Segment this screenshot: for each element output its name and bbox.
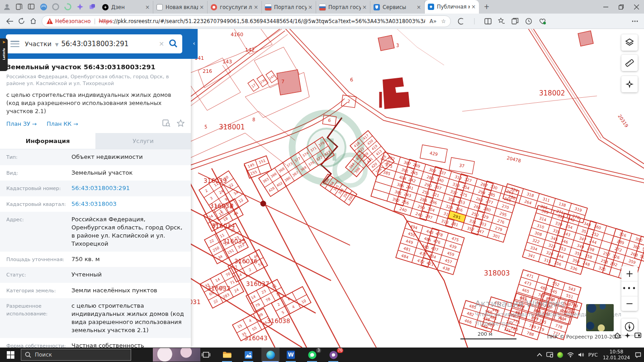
more-tools-button[interactable]: ••• — [621, 281, 638, 296]
clear-search-icon[interactable]: ✕ — [159, 40, 164, 48]
measure-ruler-button[interactable] — [621, 55, 638, 71]
search-bar[interactable]: Участки ▼ ✕ — [6, 34, 182, 53]
browser-tab-3[interactable]: госуслуги лич× — [208, 1, 262, 14]
search-icon[interactable] — [169, 39, 178, 49]
minimize-button[interactable] — [598, 0, 613, 14]
restore-button[interactable] — [613, 0, 629, 14]
address-bar[interactable]: Небезопасно | https ://pkk.rosreestr.ru/… — [42, 15, 451, 27]
taskbar-clock[interactable]: 10:58 12.01.2024 — [603, 349, 630, 361]
basemap-thumbnail[interactable] — [586, 304, 614, 331]
tab-close-icon[interactable]: × — [308, 4, 313, 10]
attribute-value: 750 кв. м — [71, 255, 185, 264]
parcel-number: 391 — [401, 167, 409, 174]
zoom-in-button[interactable]: + — [621, 266, 638, 281]
task-view-button[interactable] — [197, 348, 215, 362]
parcel-cell[interactable]: 243 — [266, 71, 277, 83]
back-button[interactable] — [4, 15, 15, 27]
parcel-number: 304 — [427, 206, 435, 213]
panorama-icon[interactable] — [635, 333, 641, 340]
cast-display-icon[interactable] — [546, 352, 553, 357]
favorite-star-icon[interactable]: ☆ — [441, 18, 446, 24]
parcel-cell[interactable] — [292, 286, 307, 300]
parcel-cell[interactable]: 429 — [420, 145, 447, 162]
browser-tab-4[interactable]: Портал госуда× — [262, 1, 316, 14]
tab-close-icon[interactable]: × — [362, 4, 367, 10]
parcel-number: 438 — [442, 265, 450, 272]
tab-close-icon[interactable]: × — [254, 4, 258, 10]
plan-zu-link[interactable]: План ЗУ → — [6, 120, 37, 127]
preview-document-icon[interactable] — [162, 119, 170, 128]
locate-small-icon[interactable] — [625, 333, 630, 340]
browser-tab-2[interactable]: Новая вкладк× — [153, 1, 208, 14]
plan-kk-link[interactable]: План КК → — [47, 120, 78, 127]
attribute-value-link[interactable]: 56:43:0318003 — [71, 200, 185, 209]
extension-icon-purple-squares[interactable] — [88, 3, 96, 11]
tab-services[interactable]: Услуги — [95, 133, 191, 149]
photos-app-icon[interactable] — [239, 348, 257, 362]
workspaces-icon[interactable] — [15, 3, 23, 11]
browser-tab-7[interactable]: Публичная ка× — [425, 0, 479, 14]
profile-avatar-icon[interactable] — [3, 3, 11, 11]
parcel-block[interactable]: 2744614251 — [228, 249, 268, 282]
refresh-button[interactable] — [15, 15, 27, 27]
tab-close-icon[interactable]: × — [471, 4, 476, 10]
parcel-cell[interactable]: 17 — [248, 79, 259, 91]
panel-collapse-button[interactable]: ‹ — [191, 40, 197, 47]
map-label: 316036 — [234, 257, 258, 265]
extension-icon-purple-spark[interactable] — [76, 3, 84, 11]
file-explorer-icon[interactable] — [218, 348, 236, 362]
new-tab-button[interactable]: + — [481, 1, 492, 13]
tab-close-icon[interactable]: × — [199, 4, 204, 10]
home-button[interactable] — [27, 15, 39, 27]
collections-icon[interactable] — [455, 16, 466, 27]
vertical-tabs-icon[interactable] — [27, 3, 35, 11]
news-widget-photo[interactable] — [153, 348, 200, 362]
split-screen-icon[interactable] — [483, 16, 493, 27]
extension-icon-gray[interactable] — [52, 3, 60, 11]
antivirus-tray-icon[interactable] — [557, 352, 563, 358]
letinfo-side-tab[interactable]: ➤ LetInfo — [0, 38, 8, 71]
search-input[interactable] — [62, 40, 155, 48]
viber-icon[interactable]: 76 — [324, 348, 342, 362]
browser-tab-5[interactable]: Портал госуда× — [316, 1, 370, 14]
locate-button[interactable] — [621, 76, 638, 92]
wifi-icon[interactable] — [567, 352, 574, 357]
language-indicator[interactable]: РУС — [588, 352, 598, 358]
menu-hamburger-icon[interactable] — [10, 41, 19, 47]
chevron-down-icon[interactable]: ▼ — [55, 42, 59, 47]
browser-essentials-icon[interactable] — [537, 16, 548, 27]
whatsapp-icon[interactable]: 3 — [303, 348, 321, 362]
home-map-icon[interactable] — [614, 333, 620, 340]
tab-close-icon[interactable]: × — [145, 4, 150, 10]
parcel-block[interactable]: 145151155 — [244, 156, 271, 178]
tab-information[interactable]: Информация — [0, 133, 95, 149]
parcel-cell[interactable] — [375, 174, 393, 186]
parcel-cell[interactable]: 236 — [257, 75, 268, 87]
parcel-number: 443 — [426, 229, 434, 235]
favorites-icon[interactable] — [496, 16, 507, 27]
action-center-icon[interactable] — [635, 352, 641, 358]
cadastral-map[interactable]: Д 38238737539138540438638139226930224528… — [191, 29, 644, 348]
close-window-button[interactable] — [629, 0, 644, 14]
layers-button[interactable] — [621, 34, 638, 51]
extension-icon-teal[interactable] — [64, 3, 72, 11]
extension-icon-blue[interactable] — [39, 3, 47, 11]
read-aloud-icon[interactable]: A» — [430, 18, 437, 24]
browser-tab-6[interactable]: Сервисы× — [370, 1, 425, 14]
zoom-out-button[interactable]: − — [621, 296, 638, 311]
tab-close-icon[interactable]: × — [417, 4, 421, 10]
start-button[interactable] — [0, 348, 21, 362]
collections-add-icon[interactable] — [510, 16, 521, 27]
settings-menu-icon[interactable] — [630, 16, 640, 27]
hidden-icons-chevron[interactable] — [537, 353, 542, 357]
parcel-cell[interactable] — [373, 181, 391, 194]
attribute-value-link[interactable]: 56:43:0318003:291 — [71, 184, 185, 193]
search-category-select[interactable]: Участки — [25, 40, 52, 48]
taskbar-search-box[interactable]: Поиск — [21, 349, 131, 361]
history-icon[interactable] — [523, 16, 534, 27]
edge-browser-icon[interactable] — [261, 348, 279, 362]
browser-tab-1[interactable]: Дзен× — [99, 1, 153, 14]
favorite-outline-star-icon[interactable] — [177, 119, 185, 128]
word-icon[interactable]: W — [282, 348, 300, 362]
volume-icon[interactable] — [578, 352, 584, 357]
